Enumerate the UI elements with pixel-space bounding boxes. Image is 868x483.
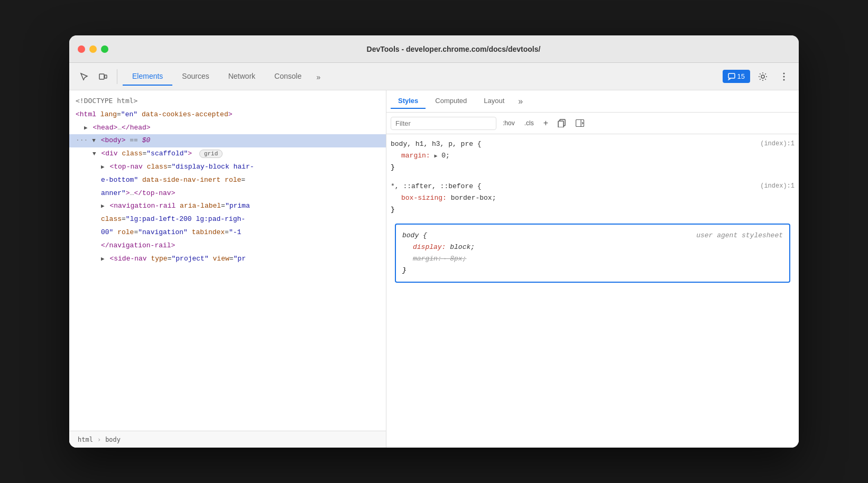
- css-rule-universal: *, ::after, ::before { (index):1 box-siz…: [391, 181, 795, 216]
- svg-rect-1: [105, 75, 107, 78]
- hov-button[interactable]: :hov: [500, 118, 518, 128]
- tab-styles[interactable]: Styles: [391, 94, 426, 109]
- more-options-button[interactable]: [775, 68, 792, 85]
- svg-point-3: [761, 75, 764, 78]
- body-tag-line[interactable]: ··· ▼ <body> == $0: [69, 134, 386, 147]
- main-content: <!DOCTYPE html> <html lang="en" data-coo…: [69, 90, 799, 448]
- elements-panel: <!DOCTYPE html> <html lang="en" data-coo…: [69, 90, 386, 448]
- css-prop-margin-strikethrough: margin:→ 8px;: [413, 255, 466, 263]
- styles-panel: Styles Computed Layout » :hov .cls +: [386, 90, 799, 448]
- toolbar-separator: [117, 69, 117, 84]
- svg-point-6: [783, 79, 785, 80]
- cls-button[interactable]: .cls: [521, 118, 537, 128]
- css-value: 0;: [441, 152, 450, 160]
- devtools-window: DevTools - developer.chrome.com/docs/dev…: [69, 35, 799, 448]
- css-selector-body-ua: body {: [402, 231, 427, 239]
- top-nav-line3: anner">…</top-nav>: [69, 187, 386, 200]
- breadcrumb-html[interactable]: html: [76, 435, 95, 444]
- filter-input[interactable]: [391, 117, 496, 130]
- css-rule-body-headings: body, h1, h3, p, pre { (index):1 margin:…: [391, 138, 795, 173]
- breadcrumb: html › body: [69, 431, 386, 448]
- nav-rail-close-line: </navigation-rail>: [69, 239, 386, 253]
- elements-content[interactable]: <!DOCTYPE html> <html lang="en" data-coo…: [69, 90, 386, 431]
- tab-elements[interactable]: Elements: [123, 68, 172, 86]
- svg-rect-2: [728, 73, 735, 78]
- doctype-line: <!DOCTYPE html>: [69, 95, 386, 108]
- tab-layout[interactable]: Layout: [476, 94, 512, 109]
- traffic-lights: [78, 45, 108, 53]
- filter-bar: :hov .cls +: [386, 113, 799, 134]
- side-nav-line[interactable]: ▶ <side-nav type="project" view="pr: [69, 253, 386, 266]
- css-selector: body, h1, h3, p, pre {: [391, 140, 482, 148]
- svg-rect-8: [558, 121, 564, 127]
- styles-tabs: Styles Computed Layout »: [386, 90, 799, 113]
- tab-sources[interactable]: Sources: [172, 68, 218, 86]
- svg-point-5: [783, 76, 785, 77]
- add-style-button[interactable]: +: [540, 117, 551, 129]
- styles-more-tabs[interactable]: »: [514, 94, 527, 109]
- tab-console[interactable]: Console: [265, 68, 311, 86]
- nav-rail-line2: class="lg:pad-left-200 lg:pad-righ-: [69, 213, 386, 226]
- css-source-universal[interactable]: (index):1: [760, 181, 795, 191]
- device-toggle-button[interactable]: [95, 68, 112, 85]
- devtools-toolbar: Elements Sources Network Console » 15: [69, 63, 799, 90]
- tab-computed[interactable]: Computed: [428, 94, 474, 109]
- html-tag-line[interactable]: <html lang="en" data-cookies-accepted>: [69, 108, 386, 122]
- settings-button[interactable]: [754, 68, 771, 85]
- messages-count: 15: [737, 72, 745, 80]
- css-triangle-margin[interactable]: ▶: [434, 153, 437, 159]
- toolbar-right: 15: [723, 68, 792, 85]
- nav-rail-line3: 00" role="navigation" tabindex="-1: [69, 226, 386, 239]
- css-content[interactable]: body, h1, h3, p, pre { (index):1 margin:…: [386, 134, 799, 448]
- head-tag-line[interactable]: ▶ <head>…</head>: [69, 122, 386, 135]
- css-selector-universal: *, ::after, ::before {: [391, 182, 482, 190]
- maximize-button[interactable]: [101, 45, 108, 53]
- select-element-button[interactable]: [76, 68, 93, 85]
- close-button[interactable]: [78, 45, 85, 53]
- css-value-boxsizing: border-box;: [451, 194, 496, 202]
- breadcrumb-separator: ›: [97, 436, 101, 443]
- user-agent-comment: user agent stylesheet: [696, 230, 783, 242]
- top-nav-line1[interactable]: ▶ <top-nav class="display-block hair-: [69, 161, 386, 174]
- copy-styles-button[interactable]: [555, 116, 569, 131]
- toggle-sidebar-button[interactable]: [572, 116, 587, 131]
- css-prop: margin:: [401, 152, 430, 160]
- css-prop-display: display:: [413, 243, 446, 251]
- breadcrumb-body[interactable]: body: [103, 435, 123, 444]
- nav-rail-line1[interactable]: ▶ <navigation-rail aria-label="prima: [69, 200, 386, 213]
- css-rule-body-useragent: body { user agent stylesheet display: bl…: [395, 224, 790, 283]
- top-nav-line2: e-bottom" data-side-nav-inert role=: [69, 174, 386, 187]
- more-tabs-button[interactable]: »: [311, 69, 326, 86]
- tab-bar: Elements Sources Network Console »: [123, 68, 721, 86]
- title-bar: DevTools - developer.chrome.com/docs/dev…: [69, 35, 799, 63]
- css-source[interactable]: (index):1: [760, 138, 795, 149]
- minimize-button[interactable]: [89, 45, 97, 53]
- messages-button[interactable]: 15: [723, 70, 750, 83]
- window-title: DevTools - developer.chrome.com/docs/dev…: [117, 45, 790, 53]
- css-prop-boxsizing: box-sizing:: [401, 194, 447, 202]
- svg-point-4: [783, 72, 785, 74]
- tab-network[interactable]: Network: [219, 68, 265, 86]
- svg-rect-0: [99, 74, 104, 79]
- css-value-display: block;: [450, 243, 475, 251]
- div-scaffold-line[interactable]: ▼ <div class="scaffold"> grid: [69, 147, 386, 161]
